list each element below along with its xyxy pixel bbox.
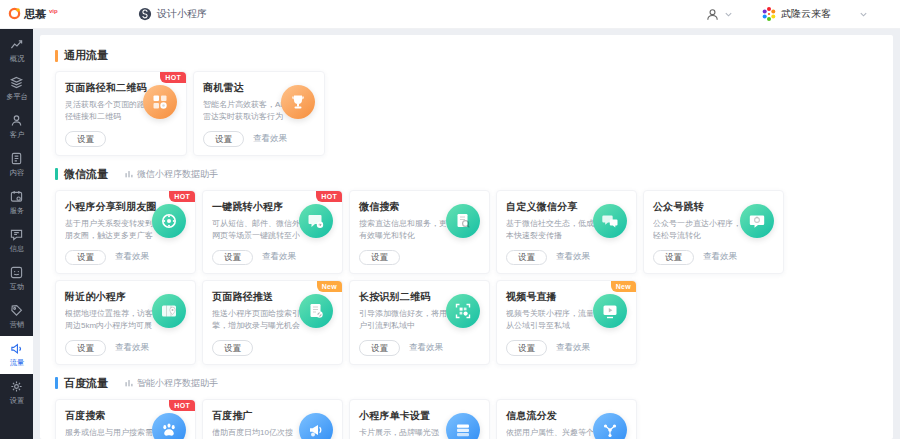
feature-card: HOT百度搜索服务或信息与用户搜索需求精准匹配，深度转化用户设置查看效果: [55, 399, 196, 439]
data-helper-label: 智能小程序数据助手: [137, 377, 218, 390]
section-title: 百度流量: [64, 376, 108, 391]
sidebar-item-services[interactable]: 服务: [0, 184, 33, 222]
card-actions: 设置查看效果: [65, 340, 186, 356]
video-live-icon: [593, 294, 627, 328]
view-effect-link[interactable]: 查看效果: [115, 342, 149, 354]
section-header: 通用流量: [55, 48, 878, 63]
view-effect-link[interactable]: 查看效果: [409, 342, 443, 354]
section-baidu: 百度流量智能小程序数据助手HOT百度搜索服务或信息与用户搜索需求精准匹配，深度转…: [55, 376, 878, 439]
sidebar-item-marketing[interactable]: 营销: [0, 298, 33, 336]
sidebar-item-label: 多平台: [6, 92, 28, 102]
section-general: 通用流量HOT页面路径和二维码灵活获取各个页面的路径链接和二维码设置商机雷达智能…: [55, 48, 878, 156]
tag-icon: [10, 304, 23, 317]
setup-button[interactable]: 设置: [212, 250, 253, 266]
feature-card: 微信搜索搜索直达信息和服务，更有效曝光和转化设置: [349, 190, 490, 275]
sidebar-item-traffic[interactable]: 流量: [0, 336, 33, 374]
moments-share-icon: [152, 204, 186, 238]
setup-button[interactable]: 设置: [506, 250, 547, 266]
sidebar-item-label: 概况: [9, 54, 23, 64]
account-menu[interactable]: [705, 7, 733, 22]
sidebar-item-platforms[interactable]: 多平台: [0, 70, 33, 108]
header-right: 武隆云来客: [705, 6, 900, 22]
document-icon: [10, 152, 23, 165]
card-description: 借助百度日均10亿次搜索请求快速曝光和获客: [212, 427, 300, 439]
sidebar-item-overview[interactable]: 概况: [0, 32, 33, 70]
card-description: 根据地理位置推荐，访客周边5km内小程序均可展示: [65, 308, 153, 332]
service-icon: [10, 190, 23, 203]
setup-button[interactable]: 设置: [359, 340, 400, 356]
logo-icon: [8, 7, 21, 20]
section-header: 百度流量智能小程序数据助手: [55, 376, 878, 391]
workspace-switcher[interactable]: 武隆云来客: [761, 6, 868, 22]
hot-badge: HOT: [169, 191, 195, 202]
feature-card: 信息流分发依据用户属性、兴趣等个性化标签进行精准分发设置查看效果: [496, 399, 637, 439]
app-logo[interactable]: 思慕 vip: [0, 7, 104, 21]
jump-chat-icon: [299, 204, 333, 238]
view-effect-link[interactable]: 查看效果: [703, 251, 737, 263]
setup-button[interactable]: 设置: [65, 250, 106, 266]
customer-icon: [10, 114, 23, 127]
setup-button[interactable]: 设置: [203, 131, 244, 147]
card-description: 服务或信息与用户搜索需求精准匹配，深度转化用户: [65, 427, 153, 439]
card-description: 公众号一步直达小程序，轻松导流转化: [653, 218, 741, 242]
feature-card: 公众号跳转公众号一步直达小程序，轻松导流转化设置查看效果: [643, 190, 784, 275]
feature-card: 商机雷达智能名片高效获客，AI雷达实时获取访客行为轨迹设置查看效果: [193, 71, 325, 156]
logo-vip-tag: vip: [49, 7, 58, 15]
card-actions: 设置查看效果: [65, 250, 186, 266]
feature-card: New视频号直播视频号关联小程序，流量从公域引导至私域设置查看效果: [496, 280, 637, 365]
card-grid: HOT百度搜索服务或信息与用户搜索需求精准匹配，深度转化用户设置查看效果百度推广…: [55, 399, 878, 439]
data-helper-link[interactable]: 智能小程序数据助手: [124, 377, 218, 390]
feature-card: 小程序单卡设置卡片展示，品牌曝光强劲，服务交互便捷，一触即达设置查看效果: [349, 399, 490, 439]
sidebar-item-label: 内容: [9, 168, 23, 178]
new-badge: New: [317, 281, 342, 292]
bar-chart-icon: [124, 169, 134, 179]
official-account-icon: [740, 204, 774, 238]
sidebar-item-label: 流量: [9, 358, 23, 368]
nav-design-miniprogram[interactable]: 设计小程序: [138, 7, 207, 21]
chevron-down-icon: [724, 10, 733, 19]
section-accent-bar: [55, 168, 58, 180]
sidebar-item-interaction[interactable]: 互动: [0, 260, 33, 298]
hot-badge: HOT: [169, 400, 195, 411]
setup-button[interactable]: 设置: [653, 250, 694, 266]
card-description: 引导添加微信好友，将用户引流到私域中: [359, 308, 447, 332]
card-description: 视频号关联小程序，流量从公域引导至私域: [506, 308, 594, 332]
data-helper-link[interactable]: 微信小程序数据助手: [124, 168, 218, 181]
card-actions: 设置查看效果: [359, 340, 480, 356]
setup-button[interactable]: 设置: [506, 340, 547, 356]
top-header: 思慕 vip 设计小程序 武隆云来客: [0, 0, 900, 29]
sidebar-item-content[interactable]: 内容: [0, 146, 33, 184]
sidebar-item-settings[interactable]: 设置: [0, 374, 33, 412]
sidebar: 概况多平台客户内容服务信息互动营销流量设置: [0, 28, 33, 439]
card-description: 推送小程序页面给搜索引擎，增加收录与曝光机会: [212, 308, 300, 332]
brand-flower-icon: [761, 6, 777, 22]
workspace-name: 武隆云来客: [781, 7, 831, 21]
hot-badge: HOT: [160, 72, 186, 83]
card-actions: 设置查看效果: [506, 250, 627, 266]
view-effect-link[interactable]: 查看效果: [262, 251, 296, 263]
card-actions: 设置查看效果: [653, 250, 774, 266]
view-effect-link[interactable]: 查看效果: [556, 342, 590, 354]
message-icon: [10, 228, 23, 241]
card-actions: 设置: [65, 131, 177, 147]
setup-button[interactable]: 设置: [212, 340, 253, 356]
bar-chart-icon: [124, 378, 134, 388]
sidebar-item-messages[interactable]: 信息: [0, 222, 33, 260]
section-title: 微信流量: [64, 167, 108, 182]
sidebar-item-customers[interactable]: 客户: [0, 108, 33, 146]
section-accent-bar: [55, 377, 58, 389]
view-effect-link[interactable]: 查看效果: [115, 251, 149, 263]
new-badge: New: [611, 281, 636, 292]
view-effect-link[interactable]: 查看效果: [253, 133, 287, 145]
feature-card: HOT页面路径和二维码灵活获取各个页面的路径链接和二维码设置: [55, 71, 187, 156]
card-description: 依据用户属性、兴趣等个性化标签进行精准分发: [506, 427, 594, 439]
view-effect-link[interactable]: 查看效果: [556, 251, 590, 263]
sidebar-item-label: 客户: [9, 130, 23, 140]
setup-button[interactable]: 设置: [65, 340, 106, 356]
setup-button[interactable]: 设置: [359, 250, 400, 266]
setup-button[interactable]: 设置: [65, 131, 106, 147]
layers-icon: [10, 76, 23, 89]
card-actions: 设置查看效果: [506, 340, 627, 356]
card-description: 可从短信、邮件、微信外网页等场景一键跳转至小程序: [212, 218, 300, 242]
card-actions: 设置查看效果: [203, 131, 315, 147]
